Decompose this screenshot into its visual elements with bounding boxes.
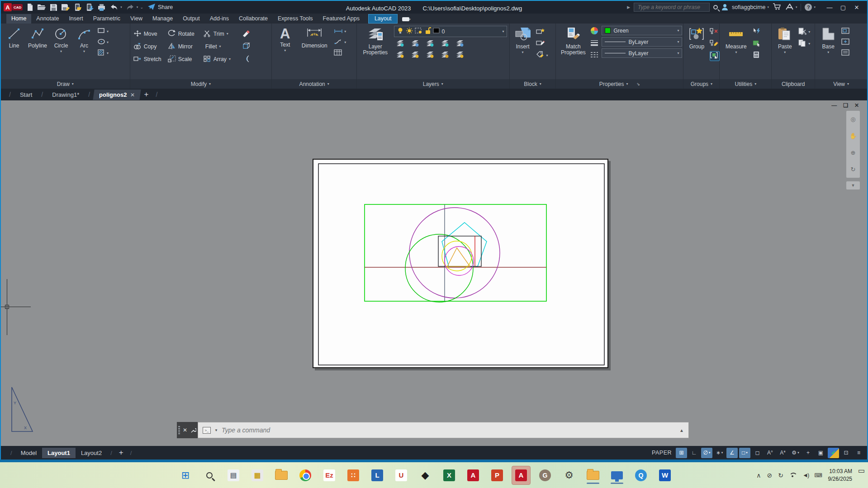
taskbar-settings-app[interactable]: ⚙ <box>560 466 578 484</box>
taskbar-l-app[interactable]: L <box>368 466 386 484</box>
status-selection-cycling-icon[interactable]: ◻ <box>752 448 763 458</box>
drawing-area[interactable]: Y X — ❏ ✕ ◎ ✋ ⊕ ↻ ▼ ✕ >_ ▼ Type a comman… <box>0 100 868 446</box>
cyan-pentagon[interactable] <box>442 223 487 266</box>
command-close-icon[interactable]: ✕ <box>183 427 187 433</box>
new-file-icon[interactable] <box>27 3 33 11</box>
cut-tool[interactable]: ▾ <box>798 28 810 37</box>
layout-paper[interactable] <box>313 159 608 368</box>
command-wrench-icon[interactable] <box>190 427 196 433</box>
line-tool[interactable]: Line <box>4 26 24 50</box>
layer-tool-icon-2-3[interactable] <box>426 51 434 60</box>
status-clean-screen-icon[interactable]: ⊡ <box>840 448 852 458</box>
status-object-snap-caret-icon[interactable]: ▾ <box>746 451 748 455</box>
taskbar-media-app[interactable]: ▦ <box>248 466 266 484</box>
taskbar-display-app[interactable] <box>608 466 626 484</box>
username[interactable]: sofiaggbcirne <box>732 4 765 10</box>
user-menu-caret-icon[interactable]: ▾ <box>767 5 769 9</box>
layout-tab-layout1[interactable]: Layout1 <box>42 448 76 458</box>
command-expand-icon[interactable]: ▲ <box>679 428 684 433</box>
panel-title-groups[interactable]: Groups▾ <box>683 79 719 89</box>
taskbar-powerpoint[interactable]: P <box>488 466 506 484</box>
status-customization-icon[interactable]: ≡ <box>853 448 864 458</box>
group-edit-tool[interactable] <box>710 39 720 48</box>
status-graphics-performance-icon[interactable]: ✓ <box>828 448 839 458</box>
status-workspace-switching-icon[interactable]: ⚙▾ <box>790 448 801 458</box>
status-ortho-mode-icon[interactable]: ∟ <box>688 448 700 458</box>
panel-title-utilities[interactable]: Utilities▾ <box>720 79 771 89</box>
wifi-icon[interactable] <box>789 473 797 478</box>
paper-model-toggle[interactable]: PAPER <box>652 450 672 456</box>
offset-tool[interactable] <box>242 55 256 64</box>
save-as-icon[interactable] <box>61 4 70 11</box>
lineweight-combo[interactable]: ByLayer ▾ <box>602 37 682 47</box>
layer-tool-icon-1-2[interactable] <box>411 39 419 48</box>
ribbon-tab-express-tools[interactable]: Express Tools <box>273 14 318 24</box>
status-snap-mode-icon[interactable]: ⊞ <box>676 448 687 458</box>
layout-tab-layout2[interactable]: Layout2 <box>76 448 107 458</box>
help-search-input[interactable] <box>637 4 707 11</box>
file-tab-start[interactable]: Start <box>14 90 38 100</box>
help-caret-icon[interactable]: ▾ <box>814 5 816 9</box>
layer-tool-icon-2-2[interactable] <box>411 51 419 60</box>
open-from-web-icon[interactable] <box>74 3 82 11</box>
green-rectangle[interactable] <box>365 204 546 301</box>
layer-tool-icon-1-3[interactable] <box>426 39 434 48</box>
taskbar-notes-app[interactable]: ▤ <box>224 466 242 484</box>
ribbon-tab-output[interactable]: Output <box>178 14 205 24</box>
orange-triangle[interactable] <box>447 248 470 266</box>
redo-caret-icon[interactable]: ▾ <box>137 5 138 9</box>
taskbar-diamond-app[interactable]: ◆ <box>416 466 434 484</box>
dim-linear-tool[interactable]: ▾ <box>334 28 346 36</box>
drawing-restore-icon[interactable]: ❏ <box>843 102 848 109</box>
group-selection-toggle[interactable] <box>710 51 720 61</box>
insert-caret-icon[interactable]: ▾ <box>522 51 524 54</box>
array-tool[interactable]: Array▾ <box>203 55 242 64</box>
taskbar-file-explorer[interactable] <box>272 466 290 484</box>
edit-block-tool[interactable] <box>536 39 548 48</box>
file-tab-close-icon[interactable]: ✕ <box>131 91 135 98</box>
base-button[interactable]: Base ▾ <box>818 26 838 55</box>
panel-title-annotation[interactable]: Annotation▾ <box>272 79 356 89</box>
tray-sync[interactable]: ↻ <box>778 472 783 479</box>
trim-tool[interactable]: Trim▾ <box>203 30 242 38</box>
notification-center-button[interactable]: ▭ <box>858 466 862 484</box>
ungroup-tool[interactable] <box>710 28 720 37</box>
panel-title-clipboard[interactable]: Clipboard <box>772 79 815 89</box>
minimize-button[interactable]: — <box>823 1 836 13</box>
text-tool[interactable]: A Text ▾ <box>275 26 295 53</box>
layer-tool-icon-1-4[interactable] <box>441 39 449 48</box>
layer-tool-icon-1-1[interactable] <box>396 39 404 48</box>
tray-focus-assist[interactable]: ⊘ <box>767 472 773 479</box>
command-recent-caret-icon[interactable]: ▼ <box>214 428 218 432</box>
taskbar-autocad[interactable]: A <box>464 466 482 484</box>
taskbar-excel[interactable]: X <box>440 466 458 484</box>
viewport-tool-2[interactable] <box>841 38 849 47</box>
copy-clip-tool[interactable]: ▾ <box>798 39 810 48</box>
layer-vp-freeze-icon[interactable] <box>415 27 423 36</box>
new-drawing-tab-button[interactable]: + <box>144 90 149 99</box>
taskbar-word[interactable]: W <box>656 466 674 484</box>
taskbar-search-button[interactable] <box>200 466 218 484</box>
panel-title-draw[interactable]: Draw▾ <box>1 79 130 89</box>
taskbar-clock[interactable]: 10:03 AM 9/26/2025 <box>828 468 852 482</box>
nav-wheel-icon[interactable]: ◎ <box>850 116 855 123</box>
search-icon[interactable] <box>713 5 718 9</box>
viewport-tool-1[interactable] <box>841 28 849 36</box>
status-isodraft-caret-icon[interactable]: ▾ <box>709 451 711 455</box>
panel-title-view[interactable]: View▾ <box>815 79 867 89</box>
copy-tool[interactable]: Copy <box>133 43 168 51</box>
layer-properties-button[interactable]: Layer Properties <box>360 26 391 57</box>
ellipse-tool[interactable]: ▾ <box>97 38 109 47</box>
autodesk-caret-icon[interactable]: ▾ <box>796 5 797 9</box>
ribbon-display-toggle[interactable]: ▾ <box>402 17 411 24</box>
arc-tool[interactable]: Arc ▾ <box>74 26 94 54</box>
nav-pan-icon[interactable]: ✋ <box>849 133 857 139</box>
taskbar-start-button[interactable]: ⊞ <box>176 466 194 484</box>
layer-on-icon[interactable] <box>397 27 404 36</box>
navigation-bar-more[interactable]: ▼ <box>846 181 860 190</box>
nav-orbit-icon[interactable]: ↻ <box>851 166 856 173</box>
share-button[interactable]: Share <box>147 3 173 12</box>
save-icon[interactable] <box>50 4 57 11</box>
taskbar-file-explorer-2[interactable] <box>584 466 602 484</box>
base-caret-icon[interactable]: ▾ <box>827 51 829 54</box>
